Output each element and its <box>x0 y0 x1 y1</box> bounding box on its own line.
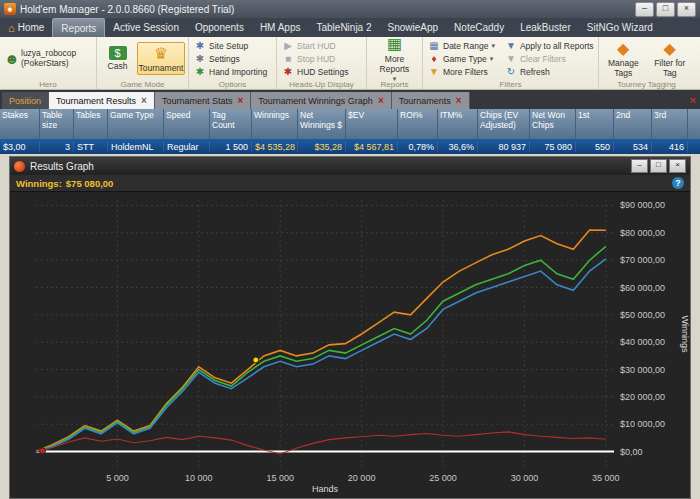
report-tab-position[interactable]: Position <box>2 92 49 109</box>
report-tabstrip: PositionTournament Results×Tournament St… <box>0 90 700 109</box>
menu-tab-sitngo-wizard[interactable]: SitNGo Wizard <box>579 18 661 37</box>
column-header-winnings[interactable]: Winnings <box>252 109 298 139</box>
cash-icon: $ <box>109 46 127 60</box>
menu-tab-label: TableNinja 2 <box>316 22 371 33</box>
report-tab-label: Tournaments <box>399 96 451 106</box>
graph-close-button[interactable]: × <box>669 159 686 173</box>
svg-text:Hands: Hands <box>312 484 339 494</box>
refresh-button[interactable]: ↻ Refresh <box>503 66 552 78</box>
game-type-button[interactable]: ♦ Game Type ▾ <box>426 53 495 65</box>
group-label-game-mode: Game Mode <box>97 80 188 89</box>
refresh-icon: ↻ <box>505 66 517 78</box>
results-table-row[interactable]: $3,003STTHoldemNLRegular1 500$4 535,28$3… <box>0 139 700 154</box>
close-button[interactable]: × <box>677 2 696 17</box>
game-type-cards-icon: ♦ <box>428 53 440 65</box>
stop-hud-icon: ■ <box>282 53 294 65</box>
cash-button[interactable]: $ Cash <box>100 44 135 73</box>
close-tab-icon[interactable]: × <box>237 96 243 106</box>
column-header-itm[interactable]: ITM% <box>438 109 478 139</box>
tournament-button[interactable]: ♛ Tournament <box>137 42 185 75</box>
column-header-table-size[interactable]: Table size <box>40 109 74 139</box>
report-tab-tournaments[interactable]: Tournaments× <box>392 92 470 109</box>
column-header-3rd[interactable]: 3rd <box>652 109 688 139</box>
menu-tab-leakbuster[interactable]: LeakBuster <box>512 18 579 37</box>
results-table-header: StakesTable sizeTablesGame TypeSpeedTag … <box>0 109 700 139</box>
graph-minimize-button[interactable]: – <box>631 159 648 173</box>
menu-tabs: ⌂HomeReportsActive SessionOpponentsHM Ap… <box>0 18 661 37</box>
column-header-tag-count[interactable]: Tag Count <box>210 109 252 139</box>
filter-for-tag-button[interactable]: ◆ Filter for Tag <box>649 37 692 80</box>
cell-ev: $4 567,81 <box>346 142 398 152</box>
column-header-stakes[interactable]: Stakes <box>0 109 40 139</box>
cell-1st: 550 <box>576 142 614 152</box>
results-graph-title: Results Graph <box>30 161 94 172</box>
column-header-tables[interactable]: Tables <box>74 109 108 139</box>
window-titlebar: ♠ Hold'em Manager - 2.0.0.8660 (Register… <box>0 0 700 18</box>
column-header-ev[interactable]: $EV <box>346 109 398 139</box>
menu-tab-label: LeakBuster <box>520 22 571 33</box>
ribbon: ☻ luzya_robocop (PokerStars) Hero $ Cash… <box>0 37 700 90</box>
settings-button[interactable]: ✱ Settings <box>192 53 242 65</box>
column-header-roi[interactable]: ROI% <box>398 109 438 139</box>
graph-maximize-button[interactable]: □ <box>650 159 667 173</box>
chart-area[interactable]: $0,00$10 000,00$20 000,00$30 000,00$40 0… <box>10 192 690 498</box>
column-header-net-winnings[interactable]: Net Winnings $ <box>298 109 346 139</box>
close-all-reports-icon[interactable]: × <box>690 94 696 106</box>
more-filters-button[interactable]: ▼ More Filters <box>426 66 490 78</box>
apply-to-all-reports-button[interactable]: ▼ Apply to all Reports <box>503 40 596 52</box>
start-hud-button[interactable]: ▶ Start HUD <box>280 40 338 52</box>
report-tab-tournament-results[interactable]: Tournament Results× <box>49 92 155 109</box>
more-reports-button[interactable]: ▦ More Reports ▾ <box>371 33 419 85</box>
svg-text:30 000: 30 000 <box>511 473 539 483</box>
column-header-1st[interactable]: 1st <box>576 109 614 139</box>
date-range-label: Date Range <box>443 41 488 51</box>
hud-settings-gear-icon: ✱ <box>282 66 294 78</box>
report-tab-label: Tournament Stats <box>162 96 233 106</box>
menu-tab-active-session[interactable]: Active Session <box>105 18 187 37</box>
menu-tab-opponents[interactable]: Opponents <box>187 18 252 37</box>
hand-importing-button[interactable]: ✱ Hand Importing <box>192 66 269 78</box>
cell-net-won-chips: 75 080 <box>530 142 576 152</box>
game-type-dropdown-icon: ▾ <box>490 55 494 63</box>
hud-settings-button[interactable]: ✱ HUD Settings <box>280 66 351 78</box>
ribbon-group-game-mode: $ Cash ♛ Tournament Game Mode <box>97 37 189 89</box>
report-tab-tournament-stats[interactable]: Tournament Stats× <box>155 92 251 109</box>
close-tab-icon[interactable]: × <box>378 96 384 106</box>
help-icon[interactable]: ? <box>672 177 684 189</box>
results-graph-titlebar[interactable]: Results Graph – □ × <box>10 157 690 175</box>
maximize-button[interactable]: □ <box>656 2 675 17</box>
svg-text:$30 000,00: $30 000,00 <box>620 365 665 375</box>
date-range-button[interactable]: ▦ Date Range ▾ <box>426 40 497 52</box>
column-header-chips-ev-adjusted[interactable]: Chips (EV Adjusted) <box>478 109 530 139</box>
report-tab-label: Position <box>9 96 41 106</box>
svg-text:$80 000,00: $80 000,00 <box>620 228 665 238</box>
svg-text:5 000: 5 000 <box>106 473 129 483</box>
close-tab-icon[interactable]: × <box>141 96 147 106</box>
clear-filters-button[interactable]: ▼ Clear Filters <box>503 53 568 65</box>
filter-for-tag-label: Filter for Tag <box>651 58 690 78</box>
report-tab-label: Tournament Winnings Graph <box>258 96 373 106</box>
report-tab-tournament-winnings-graph[interactable]: Tournament Winnings Graph× <box>251 92 391 109</box>
menu-tab-reports[interactable]: Reports <box>52 18 105 37</box>
menu-tab-home[interactable]: ⌂Home <box>0 18 52 37</box>
site-setup-button[interactable]: ✱ Site Setup <box>192 40 250 52</box>
hero-site: (PokerStars) <box>21 59 76 69</box>
column-header-game-type[interactable]: Game Type <box>108 109 164 139</box>
apply-filter-icon: ▼ <box>505 40 517 52</box>
column-header-net-won-chips[interactable]: Net Won Chips <box>530 109 576 139</box>
close-tab-icon[interactable]: × <box>456 96 462 106</box>
cash-label: Cash <box>108 61 128 71</box>
stop-hud-label: Stop HUD <box>297 54 335 64</box>
menu-tab-notecaddy[interactable]: NoteCaddy <box>446 18 512 37</box>
ribbon-group-options: ✱ Site Setup ✱ Settings ✱ Hand Importing… <box>189 37 277 89</box>
stop-hud-button[interactable]: ■ Stop HUD <box>280 53 337 65</box>
results-graph-icon <box>14 161 25 172</box>
column-header-2nd[interactable]: 2nd <box>614 109 652 139</box>
menu-tab-tableninja-2[interactable]: TableNinja 2 <box>308 18 379 37</box>
manage-tags-button[interactable]: ◆ Manage Tags <box>602 37 645 80</box>
svg-text:$50 000,00: $50 000,00 <box>620 310 665 320</box>
group-label-tagging: Tourney Tagging <box>599 80 694 89</box>
minimize-button[interactable]: – <box>635 2 654 17</box>
column-header-speed[interactable]: Speed <box>164 109 210 139</box>
menu-tab-hm-apps[interactable]: HM Apps <box>252 18 309 37</box>
